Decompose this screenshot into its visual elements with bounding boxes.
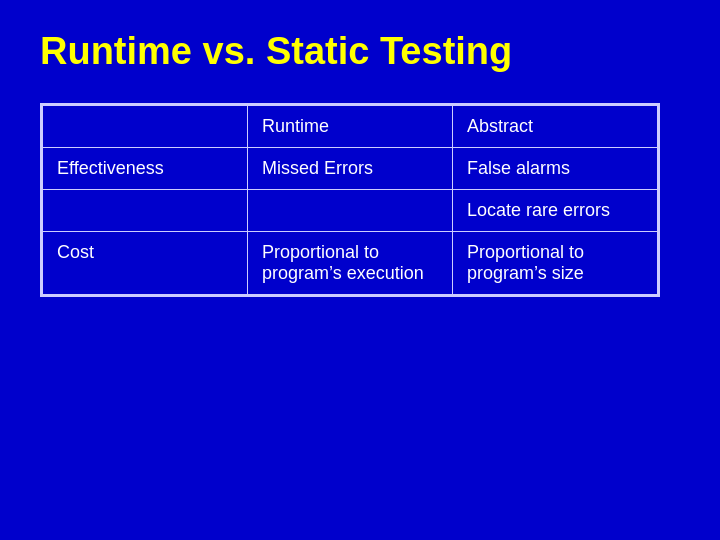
- header-col2: Runtime: [248, 106, 453, 148]
- row2-col2: [248, 190, 453, 232]
- slide-title: Runtime vs. Static Testing: [40, 30, 680, 73]
- row2-col3: Locate rare errors: [453, 190, 658, 232]
- comparison-table: Runtime Abstract Effectiveness Missed Er…: [42, 105, 658, 295]
- row1-col3: False alarms: [453, 148, 658, 190]
- row3-col2: Proportional to program’s execution: [248, 232, 453, 295]
- table-row: Effectiveness Missed Errors False alarms: [43, 148, 658, 190]
- header-col3: Abstract: [453, 106, 658, 148]
- row1-col2: Missed Errors: [248, 148, 453, 190]
- table-row: Cost Proportional to program’s execution…: [43, 232, 658, 295]
- row1-col1: Effectiveness: [43, 148, 248, 190]
- row2-col1: [43, 190, 248, 232]
- table-header-row: Runtime Abstract: [43, 106, 658, 148]
- comparison-table-wrapper: Runtime Abstract Effectiveness Missed Er…: [40, 103, 660, 297]
- table-row: Locate rare errors: [43, 190, 658, 232]
- header-col1: [43, 106, 248, 148]
- row3-col1: Cost: [43, 232, 248, 295]
- slide-container: Runtime vs. Static Testing Runtime Abstr…: [0, 0, 720, 540]
- row3-col3: Proportional to program’s size: [453, 232, 658, 295]
